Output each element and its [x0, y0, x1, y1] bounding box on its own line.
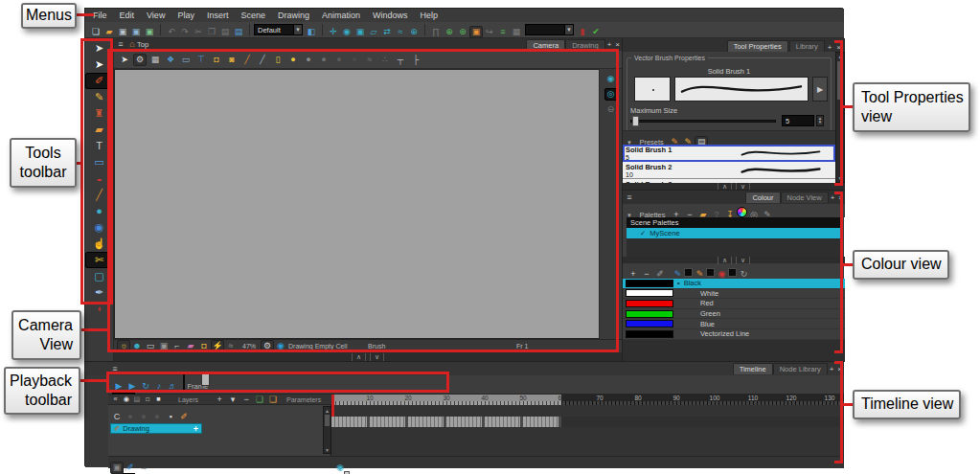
colour-row[interactable]: White: [623, 289, 845, 300]
cut-icon[interactable]: ✂: [192, 26, 205, 38]
selection-frame-icon[interactable]: ▣: [469, 26, 483, 38]
copy-icon[interactable]: ❐: [205, 26, 218, 38]
layer-brush-icon[interactable]: ✐: [177, 411, 191, 423]
menu-file[interactable]: File: [93, 11, 107, 20]
add-view-icon[interactable]: +: [826, 43, 834, 52]
open-scene-icon[interactable]: ▰: [103, 26, 116, 38]
grid-menu-icon[interactable]: ▦: [510, 26, 523, 38]
enable-all-icon[interactable]: ▣: [110, 462, 124, 474]
show-extended-properties-button[interactable]: ▶: [812, 77, 828, 102]
max-size-slider-handle[interactable]: [632, 116, 639, 126]
lock-dot-icon[interactable]: ●: [150, 411, 164, 423]
step-down-icon[interactable]: ▼: [818, 121, 822, 125]
swatch-box-fill-icon[interactable]: [706, 268, 715, 277]
camera-link-icon[interactable]: C: [110, 411, 124, 423]
chevron-up-icon[interactable]: ∧: [352, 353, 366, 361]
show-all-icon[interactable]: ◉: [121, 395, 131, 404]
tab-tool-properties[interactable]: Tool Properties: [727, 40, 788, 52]
colour-wheel-icon[interactable]: [737, 207, 747, 217]
tool-preset-dropdown[interactable]: ▼: [525, 24, 574, 35]
add-view-icon[interactable]: +: [605, 40, 614, 49]
tab-node-view[interactable]: Node View: [781, 192, 829, 203]
palette-row[interactable]: ✓ MyScene: [627, 228, 841, 238]
maintain-size-icon[interactable]: ⇄: [380, 26, 394, 38]
save-as-icon[interactable]: ▣: [129, 26, 143, 38]
menu-animation[interactable]: Animation: [322, 11, 360, 20]
chevron-down-icon[interactable]: ▼: [293, 25, 302, 34]
swatch-box-both-icon[interactable]: [728, 268, 737, 277]
thumb-box-icon[interactable]: ▪: [164, 411, 177, 423]
chevron-down-icon[interactable]: ▼: [564, 25, 573, 34]
max-size-value-field[interactable]: 5: [782, 115, 814, 126]
menu-play[interactable]: Play: [177, 11, 194, 20]
skew-icon[interactable]: ▱: [367, 26, 380, 38]
layer-name-bar[interactable]: ✐ Drawing +: [110, 423, 202, 434]
show-dot-icon[interactable]: ●: [124, 411, 137, 423]
render-toggle-bar-icon[interactable]: ▮: [576, 26, 589, 38]
rotate-icon[interactable]: ◉: [340, 26, 353, 38]
translate-icon[interactable]: ✛: [327, 26, 340, 38]
frame-ruler[interactable]: 10 20 30 40 50 60 70 80 90 100 110 120 1…: [331, 395, 844, 405]
add-layer-dropdown[interactable]: ▾: [226, 394, 239, 406]
data-view2-icon[interactable]: ▤: [131, 395, 142, 404]
render-view-toggle-icon[interactable]: ✔: [589, 26, 603, 38]
playhead[interactable]: [331, 395, 334, 417]
rigging-icon[interactable]: ∏: [429, 26, 443, 38]
preset-item[interactable]: Solid Brush 2 10: [623, 162, 835, 179]
panel-menu-icon[interactable]: ≡: [623, 192, 636, 204]
menu-view[interactable]: View: [147, 11, 165, 20]
add-parent-peg-icon[interactable]: ⊛: [456, 26, 469, 38]
colour-row[interactable]: Red: [623, 299, 845, 309]
menu-edit[interactable]: Edit: [120, 11, 135, 20]
save-version-icon[interactable]: ▣: [143, 26, 156, 38]
swatch-box-line-icon[interactable]: [684, 268, 693, 277]
add-layer-icon[interactable]: +: [213, 394, 226, 406]
tab-timeline[interactable]: Timeline: [733, 363, 773, 374]
colour-row[interactable]: Blue: [623, 319, 845, 329]
paste-icon[interactable]: ▤: [218, 26, 232, 38]
clone-layer-icon[interactable]: ❏: [266, 394, 280, 406]
colour-row[interactable]: Vectorized Line: [623, 329, 845, 340]
tool-properties-splitter[interactable]: ∧ ∨: [623, 183, 845, 190]
menu-scene[interactable]: Scene: [240, 11, 265, 20]
pivot-icon[interactable]: ⊕: [407, 26, 421, 38]
expand-collapse-icon[interactable]: «: [110, 395, 121, 404]
layers-scrollbar[interactable]: ▲ ▼: [323, 406, 331, 454]
arrow-icon[interactable]: →: [137, 462, 150, 474]
max-size-stepper[interactable]: ▲ ▼: [816, 115, 824, 126]
add-drawing-icon[interactable]: +: [194, 424, 198, 434]
redo-icon[interactable]: ↷: [178, 26, 192, 38]
menu-drawing[interactable]: Drawing: [278, 11, 309, 20]
lock-all-icon[interactable]: ◘: [143, 395, 153, 404]
workspace-dropdown[interactable]: Default ▼: [254, 24, 303, 35]
colour-splitter[interactable]: ∧ ∨: [623, 257, 845, 263]
connection-icon[interactable]: ↪: [483, 26, 496, 38]
solo-dot-icon[interactable]: ●: [137, 411, 150, 423]
delete-layer-icon[interactable]: −: [239, 394, 253, 406]
thumb-icon[interactable]: ■: [153, 395, 164, 404]
save-icon[interactable]: ▣: [116, 26, 129, 38]
close-view-icon[interactable]: ×: [613, 40, 622, 49]
menu-insert[interactable]: Insert: [207, 11, 229, 20]
preset-item[interactable]: Solid Brush 1 5: [623, 145, 835, 162]
tab-colour[interactable]: Colour: [745, 192, 780, 203]
fullscreen-icon[interactable]: ◧: [305, 26, 318, 38]
chevron-down-icon[interactable]: ∨: [370, 353, 384, 361]
spline-offset-icon[interactable]: ≈: [394, 26, 407, 38]
tab-node-library[interactable]: Node Library: [773, 363, 828, 374]
add-peg-icon[interactable]: ⊕: [443, 26, 456, 38]
undo-icon[interactable]: ↶: [165, 26, 178, 38]
brush-blue-icon[interactable]: ✐: [124, 462, 137, 474]
menu-help[interactable]: Help: [421, 11, 439, 20]
new-scene-icon[interactable]: ❏: [89, 26, 103, 38]
scale-icon[interactable]: ▣: [353, 26, 367, 38]
menu-windows[interactable]: Windows: [373, 11, 408, 20]
colour-row[interactable]: • Black: [623, 279, 845, 289]
paste-special-icon[interactable]: ▤: [232, 26, 245, 38]
drawing-layer-track[interactable]: [331, 417, 844, 427]
camera-timeline-splitter[interactable]: ∧ ∨: [114, 352, 622, 361]
duplicate-layer-icon[interactable]: ❏: [253, 394, 266, 406]
add-drawing-layer-icon[interactable]: ≡: [496, 26, 510, 38]
max-size-slider[interactable]: [630, 120, 776, 123]
layer-row[interactable]: C●●●▪✐ ✐ Drawing +: [108, 406, 331, 418]
